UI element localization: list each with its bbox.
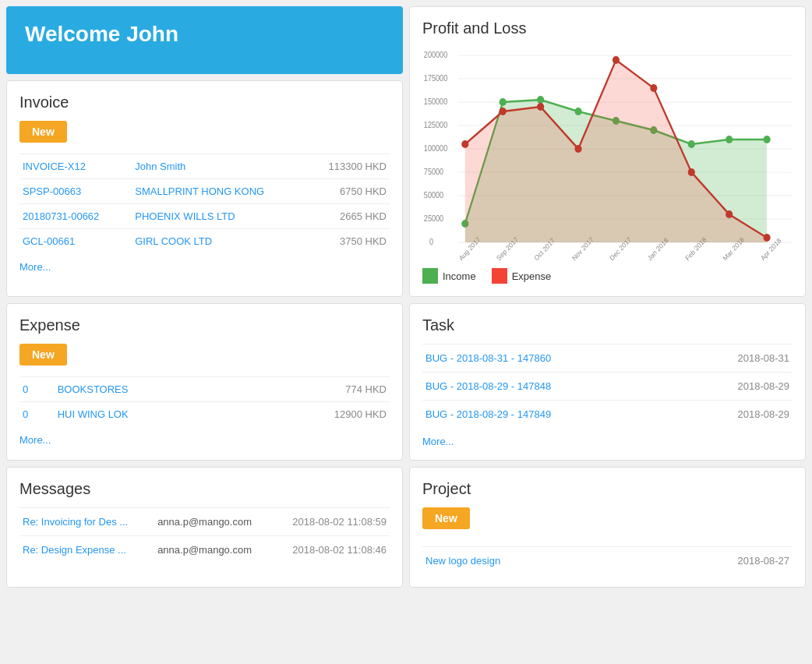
message-datetime: 2018-08-02 11:08:59 — [273, 508, 390, 536]
task-label: BUG - 2018-08-29 - 147848 — [422, 373, 680, 401]
profit-loss-title: Profit and Loss — [422, 19, 793, 37]
project-panel: Project New New logo design 2018-08-27 — [409, 467, 806, 588]
invoice-id: SPSP-00663 — [19, 178, 125, 203]
svg-point-45 — [726, 210, 733, 218]
svg-point-31 — [574, 108, 581, 115]
svg-point-36 — [764, 136, 771, 143]
task-row[interactable]: BUG - 2018-08-29 - 147848 2018-08-29 — [422, 373, 793, 401]
welcome-panel: Welcome John — [6, 6, 403, 74]
invoice-amount: 2665 HKD — [307, 203, 390, 228]
invoice-amount: 6750 HKD — [307, 178, 390, 203]
svg-text:100000: 100000 — [424, 144, 447, 153]
svg-point-30 — [537, 96, 544, 104]
svg-point-46 — [764, 234, 771, 242]
task-title: Task — [422, 316, 793, 334]
task-table: BUG - 2018-08-31 - 147860 2018-08-31 BUG… — [422, 344, 793, 428]
task-more-link[interactable]: More... — [422, 436, 454, 447]
svg-text:25000: 25000 — [424, 214, 443, 223]
message-subject: Re: Invoicing for Des ... — [19, 508, 150, 536]
svg-point-29 — [500, 98, 507, 106]
project-title: Project — [422, 480, 793, 498]
svg-text:75000: 75000 — [424, 168, 443, 176]
expense-name: BOOKSTORES — [48, 377, 249, 402]
project-new-button[interactable]: New — [422, 507, 470, 529]
task-row[interactable]: BUG - 2018-08-31 - 147860 2018-08-31 — [422, 344, 793, 373]
message-sender: anna.p@mango.com — [150, 508, 273, 536]
invoice-id: INVOICE-X12 — [19, 154, 125, 178]
invoice-panel: Invoice New INVOICE-X12 John Smith 11330… — [6, 80, 403, 298]
svg-point-42 — [613, 56, 620, 64]
invoice-name: John Smith — [125, 154, 307, 178]
invoice-table: INVOICE-X12 John Smith 113300 HKD SPSP-0… — [19, 154, 390, 253]
legend-income: Income — [422, 268, 476, 284]
svg-point-43 — [650, 84, 657, 92]
expense-title: Expense — [19, 316, 390, 334]
expense-panel: Expense New 0 BOOKSTORES 774 HKD 0 HUI W… — [6, 303, 403, 461]
invoice-name: GIRL COOK LTD — [125, 228, 307, 253]
welcome-title: Welcome John — [25, 22, 384, 47]
message-subject: Re: Design Expense ... — [19, 536, 150, 564]
invoice-row[interactable]: 20180731-00662 PHOENIX WILLS LTD 2665 HK… — [19, 203, 390, 228]
legend-expense-label: Expense — [512, 270, 552, 282]
legend-expense: Expense — [492, 268, 552, 284]
task-label: BUG - 2018-08-31 - 147860 — [422, 344, 680, 373]
svg-point-34 — [688, 140, 695, 148]
svg-point-39 — [500, 108, 507, 115]
invoice-name: PHOENIX WILLS LTD — [125, 203, 307, 228]
legend-income-label: Income — [443, 270, 476, 282]
svg-text:200000: 200000 — [424, 51, 447, 59]
expense-amount: 774 HKD — [249, 377, 390, 402]
message-row[interactable]: Re: Invoicing for Des ... anna.p@mango.c… — [19, 508, 390, 536]
expense-row[interactable]: 0 HUI WING LOK 12900 HKD — [19, 402, 390, 427]
svg-text:125000: 125000 — [424, 121, 447, 129]
svg-text:150000: 150000 — [424, 97, 447, 106]
messages-table: Re: Invoicing for Des ... anna.p@mango.c… — [19, 507, 390, 563]
task-row[interactable]: BUG - 2018-08-29 - 147849 2018-08-29 — [422, 401, 793, 429]
task-label: BUG - 2018-08-29 - 147849 — [422, 401, 680, 429]
message-row[interactable]: Re: Design Expense ... anna.p@mango.com … — [19, 536, 390, 564]
invoice-row[interactable]: SPSP-00663 SMALLPRINT HONG KONG 6750 HKD — [19, 178, 390, 203]
svg-text:175000: 175000 — [424, 74, 447, 83]
svg-point-44 — [688, 168, 695, 176]
invoice-title: Invoice — [19, 94, 390, 111]
project-label: New logo design — [422, 547, 638, 575]
svg-point-40 — [537, 103, 544, 111]
task-date: 2018-08-31 — [680, 344, 793, 373]
message-sender: anna.p@mango.com — [150, 536, 273, 564]
message-datetime: 2018-08-02 11:08:46 — [273, 536, 390, 564]
expense-name: HUI WING LOK — [48, 402, 249, 427]
expense-id: 0 — [19, 402, 48, 427]
messages-panel: Messages Re: Invoicing for Des ... anna.… — [6, 467, 403, 588]
invoice-name: SMALLPRINT HONG KONG — [125, 178, 307, 203]
expense-new-button[interactable]: New — [19, 344, 67, 366]
svg-point-41 — [574, 145, 581, 153]
expense-table: 0 BOOKSTORES 774 HKD 0 HUI WING LOK 1290… — [19, 376, 390, 426]
invoice-row[interactable]: GCL-00661 GIRL COOK LTD 3750 HKD — [19, 228, 390, 253]
svg-text:0: 0 — [429, 238, 433, 246]
svg-text:50000: 50000 — [424, 191, 443, 200]
income-color-box — [422, 268, 438, 284]
invoice-new-button[interactable]: New — [19, 121, 67, 143]
svg-point-35 — [726, 136, 733, 143]
invoice-amount: 113300 HKD — [307, 154, 390, 178]
invoice-id: GCL-00661 — [19, 228, 125, 253]
expense-id: 0 — [19, 377, 48, 402]
expense-row[interactable]: 0 BOOKSTORES 774 HKD — [19, 377, 390, 402]
project-date: 2018-08-27 — [638, 547, 793, 575]
expense-color-box — [492, 268, 507, 284]
invoice-amount: 3750 HKD — [307, 228, 390, 253]
svg-point-38 — [461, 140, 468, 148]
task-panel: Task BUG - 2018-08-31 - 147860 2018-08-3… — [409, 303, 806, 461]
invoice-more-link[interactable]: More... — [19, 261, 51, 273]
messages-title: Messages — [19, 480, 390, 498]
project-table: New logo design 2018-08-27 — [422, 546, 793, 574]
expense-more-link[interactable]: More... — [19, 434, 51, 446]
task-date: 2018-08-29 — [680, 373, 793, 401]
chart-legend: Income Expense — [422, 268, 793, 284]
task-date: 2018-08-29 — [680, 401, 793, 429]
project-row[interactable]: New logo design 2018-08-27 — [422, 547, 793, 575]
invoice-id: 20180731-00662 — [19, 203, 125, 228]
expense-amount: 12900 HKD — [249, 402, 390, 427]
invoice-row[interactable]: INVOICE-X12 John Smith 113300 HKD — [19, 154, 390, 178]
profit-loss-chart: 200000 175000 150000 125000 100000 75000… — [422, 44, 793, 262]
